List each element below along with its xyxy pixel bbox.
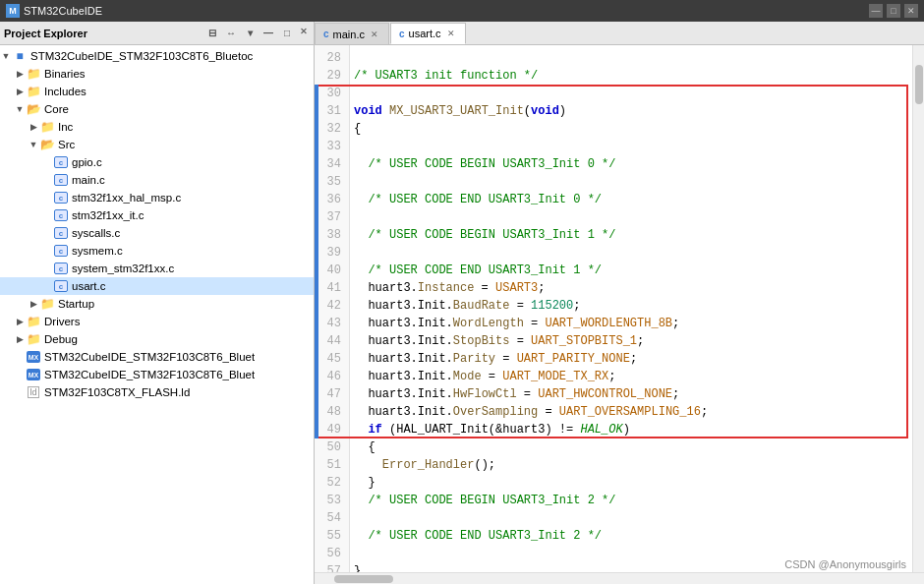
tree-item-core[interactable]: ▼📂Core — [0, 100, 314, 118]
tab-label-main: main.c — [333, 29, 365, 40]
tree-item-drivers[interactable]: ▶📁Drivers — [0, 313, 314, 330]
tree-arrow-startup[interactable]: ▶ — [28, 298, 39, 310]
tree-label-sysmem: sysmem.c — [72, 245, 123, 257]
code-line-41: huart3.Instance = USART3; — [354, 279, 908, 297]
token-fn: StopBits — [453, 332, 510, 350]
tree-arrow-system — [41, 263, 53, 274]
code-line-35 — [354, 173, 908, 191]
tree-item-gpio[interactable]: cgpio.c — [0, 153, 314, 171]
token-cm-italic: HAL_OK — [580, 421, 622, 438]
tree-arrow-usart — [41, 280, 53, 292]
tree-label-syscalls: syscalls.c — [72, 227, 120, 239]
tree-item-inc[interactable]: ▶📁Inc — [0, 118, 314, 136]
line-num-42: 42 — [315, 297, 345, 315]
horizontal-scrollbar[interactable] — [315, 572, 924, 584]
tree-item-syscalls[interactable]: csyscalls.c — [0, 224, 314, 242]
collapse-all-icon[interactable]: ⊟ — [204, 26, 220, 41]
token-kw: void — [354, 102, 382, 120]
project-tree: ▼■STM32CubeIDE_STM32F103C8T6_Bluetoc▶📁Bi… — [0, 45, 314, 584]
tree-item-startup[interactable]: ▶📁Startup — [0, 295, 314, 313]
tree-arrow-main — [41, 174, 53, 186]
line-num-47: 47 — [315, 385, 345, 403]
token-plain: { — [354, 120, 361, 138]
tree-item-root[interactable]: ▼■STM32CubeIDE_STM32F103C8T6_Bluetoc — [0, 47, 314, 65]
window-title: STM32CubeIDE — [24, 5, 869, 17]
tree-label-src: Src — [58, 139, 75, 150]
tree-arrow-root[interactable]: ▼ — [0, 50, 12, 62]
token-plain: } — [354, 474, 375, 492]
tree-item-mx2[interactable]: MXSTM32CubeIDE_STM32F103C8T6_Bluet — [0, 366, 314, 383]
tree-arrow-core[interactable]: ▼ — [14, 103, 26, 115]
link-editor-icon[interactable]: ↔ — [223, 26, 239, 41]
line-num-29: 29 — [315, 67, 345, 85]
tree-label-debug: Debug — [44, 333, 78, 345]
code-content[interactable]: /* USART3 init function */ void MX_USART… — [350, 45, 912, 572]
tree-arrow-drivers[interactable]: ▶ — [14, 316, 26, 327]
tree-arrow-syscalls — [41, 227, 53, 239]
token-plain: huart3.Init. — [354, 315, 453, 332]
line-num-34: 34 — [315, 155, 345, 173]
line-num-51: 51 — [315, 456, 345, 474]
tree-arrow-stm32it — [41, 209, 53, 221]
token-kw: if — [354, 421, 382, 438]
tree-arrow-src[interactable]: ▼ — [28, 139, 39, 150]
tree-item-binaries[interactable]: ▶📁Binaries — [0, 65, 314, 83]
tree-arrow-binaries[interactable]: ▶ — [14, 68, 26, 80]
token-cm: /* USER CODE BEGIN USART3_Init 1 */ — [354, 226, 615, 244]
tree-label-includes: Includes — [44, 86, 87, 97]
close-button[interactable]: ✕ — [904, 4, 918, 18]
line-num-57: 57 — [315, 562, 345, 572]
token-fn: Parity — [453, 350, 495, 368]
minimize-panel-icon[interactable]: — — [260, 26, 276, 41]
tree-item-src[interactable]: ▼📂Src — [0, 136, 314, 153]
code-line-50: { — [354, 438, 908, 456]
tree-item-ld[interactable]: ldSTM32F103C8TX_FLASH.ld — [0, 383, 314, 401]
tree-item-system[interactable]: csystem_stm32f1xx.c — [0, 260, 314, 277]
token-plain: huart3.Init. — [354, 385, 453, 403]
code-line-53: /* USER CODE BEGIN USART3_Init 2 */ — [354, 492, 908, 509]
code-line-36: /* USER CODE END USART3_Init 0 */ — [354, 191, 908, 208]
tree-label-ld: STM32F103C8TX_FLASH.ld — [44, 386, 190, 398]
token-plain — [382, 102, 389, 120]
tree-item-mx1[interactable]: MXSTM32CubeIDE_STM32F103C8T6_Bluet — [0, 348, 314, 366]
tree-icon-root: ■ — [12, 48, 28, 64]
tree-item-usart[interactable]: cusart.c — [0, 277, 314, 295]
tree-arrow-debug[interactable]: ▶ — [14, 333, 26, 345]
minimize-button[interactable]: — — [869, 4, 883, 18]
tab-close-usart[interactable]: ✕ — [445, 28, 457, 39]
token-plain: huart3.Init. — [354, 332, 453, 350]
scrollbar-thumb-h[interactable] — [334, 575, 393, 583]
token-cm: /* USART3 init function */ — [354, 67, 538, 85]
tree-item-main[interactable]: cmain.c — [0, 171, 314, 189]
line-num-54: 54 — [315, 509, 345, 527]
tree-item-sysmem[interactable]: csysmem.c — [0, 242, 314, 260]
line-num-39: 39 — [315, 244, 345, 262]
line-num-53: 53 — [315, 492, 345, 509]
tree-icon-core: 📂 — [26, 101, 41, 117]
main-layout: Project Explorer ⊟ ↔ ▾ — □ ✕ ▼■STM32Cube… — [0, 22, 924, 584]
token-fn: Mode — [453, 368, 482, 385]
vertical-scrollbar[interactable] — [912, 45, 924, 572]
tree-item-includes[interactable]: ▶📁Includes — [0, 83, 314, 100]
token-plain: ; — [573, 297, 580, 315]
line-num-37: 37 — [315, 208, 345, 226]
line-num-30: 30 — [315, 85, 345, 102]
scrollbar-thumb-v[interactable] — [915, 65, 923, 104]
tree-arrow-includes[interactable]: ▶ — [14, 86, 26, 97]
close-panel-icon[interactable]: ✕ — [298, 26, 310, 37]
tab-main[interactable]: cmain.c✕ — [315, 23, 389, 44]
view-menu-icon[interactable]: ▾ — [242, 26, 258, 41]
maximize-button[interactable]: □ — [887, 4, 900, 18]
token-mac: UART_HWCONTROL_NONE — [538, 385, 672, 403]
token-fn: WordLength — [453, 315, 524, 332]
code-line-40: /* USER CODE END USART3_Init 1 */ — [354, 262, 908, 279]
tree-item-stm32it[interactable]: cstm32f1xx_it.c — [0, 206, 314, 224]
token-plain: = — [538, 403, 559, 421]
tree-icon-stm32it: c — [53, 207, 69, 223]
tab-close-main[interactable]: ✕ — [369, 29, 380, 40]
tree-item-stm32hal[interactable]: cstm32f1xx_hal_msp.c — [0, 189, 314, 206]
tree-item-debug[interactable]: ▶📁Debug — [0, 330, 314, 348]
tab-usart[interactable]: cusart.c✕ — [390, 23, 466, 44]
tree-arrow-inc[interactable]: ▶ — [28, 121, 39, 133]
maximize-panel-icon[interactable]: □ — [279, 26, 295, 41]
